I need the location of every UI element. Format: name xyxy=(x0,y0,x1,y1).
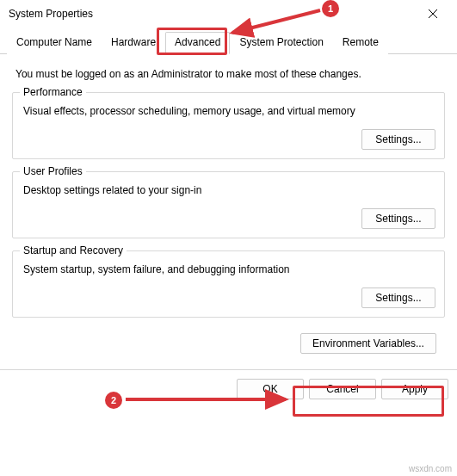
group-startup-recovery-desc: System startup, system failure, and debu… xyxy=(23,263,435,275)
close-icon xyxy=(429,9,437,18)
annotation-highlight-advanced xyxy=(157,28,227,55)
env-row: Environment Variables... xyxy=(12,330,445,361)
performance-settings-button[interactable]: Settings... xyxy=(361,129,435,150)
group-performance-title: Performance xyxy=(20,86,86,98)
group-user-profiles-title: User Profiles xyxy=(20,165,86,177)
group-startup-recovery-title: Startup and Recovery xyxy=(20,244,127,257)
tab-content: You must be logged on as an Administrato… xyxy=(0,54,457,369)
annotation-badge-2: 2 xyxy=(105,392,122,409)
tab-computer-name[interactable]: Computer Name xyxy=(7,32,102,54)
annotation-badge-1: 1 xyxy=(322,0,339,17)
annotation-arrow-2 xyxy=(120,386,293,411)
group-user-profiles: User Profiles Desktop settings related t… xyxy=(12,171,445,238)
tab-hardware[interactable]: Hardware xyxy=(102,32,165,54)
group-performance: Performance Visual effects, processor sc… xyxy=(12,92,445,159)
startup-recovery-settings-button[interactable]: Settings... xyxy=(361,287,435,308)
group-performance-btnrow: Settings... xyxy=(22,129,435,150)
group-user-profiles-btnrow: Settings... xyxy=(22,208,435,229)
watermark: wsxdn.com xyxy=(409,464,452,473)
group-startup-recovery-btnrow: Settings... xyxy=(22,287,435,308)
user-profiles-settings-button[interactable]: Settings... xyxy=(361,208,435,229)
annotation-arrow-1 xyxy=(227,3,330,38)
close-button[interactable] xyxy=(416,1,450,27)
window-title: System Properties xyxy=(9,8,416,20)
tab-remote[interactable]: Remote xyxy=(333,32,388,54)
svg-line-2 xyxy=(232,10,320,33)
annotation-highlight-env xyxy=(293,386,444,417)
intro-text: You must be logged on as an Administrato… xyxy=(15,68,445,80)
environment-variables-button[interactable]: Environment Variables... xyxy=(300,333,436,354)
group-performance-desc: Visual effects, processor scheduling, me… xyxy=(23,105,435,117)
group-startup-recovery: Startup and Recovery System startup, sys… xyxy=(12,250,445,318)
group-user-profiles-desc: Desktop settings related to your sign-in xyxy=(23,184,435,196)
